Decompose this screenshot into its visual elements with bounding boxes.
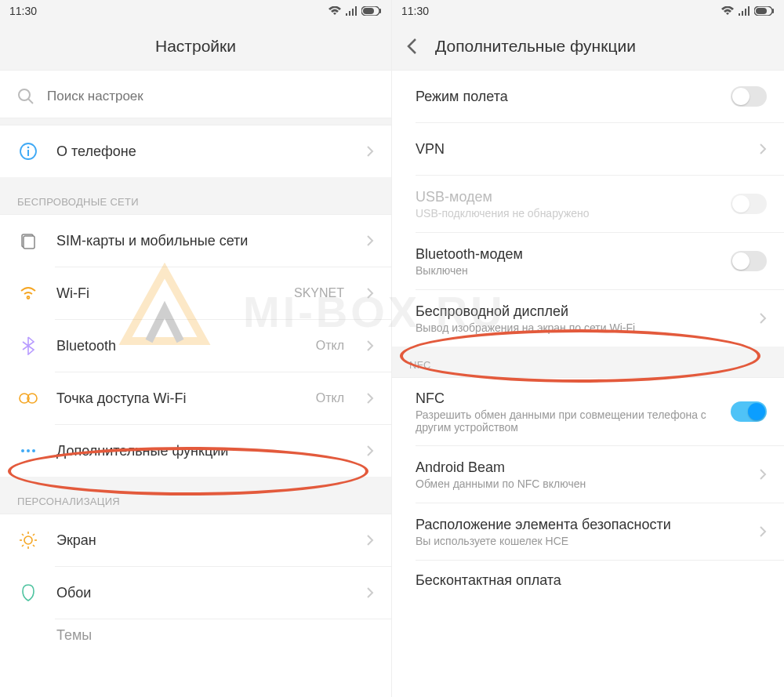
row-bluetooth[interactable]: Bluetooth Откл [0, 320, 391, 372]
section-personal: ПЕРСОНАЛИЗАЦИЯ [0, 477, 391, 514]
svg-line-21 [33, 545, 34, 546]
row-label: Bluetooth-модем [416, 246, 717, 263]
toggle-bt-tether[interactable] [731, 251, 767, 271]
row-bt-tether[interactable]: Bluetooth-модем Выключен [392, 233, 784, 289]
chevron-right-icon [366, 339, 374, 352]
toggle-usb [731, 194, 767, 214]
row-hotspot[interactable]: Точка доступа Wi-Fi Откл [0, 372, 391, 424]
svg-point-15 [24, 536, 32, 544]
row-more-functions[interactable]: Дополнительные функции [0, 425, 391, 477]
row-sublabel: Обмен данными по NFC включен [416, 477, 745, 490]
row-wallpaper[interactable]: Обои [0, 567, 391, 619]
section-wireless: БЕСПРОВОДНЫЕ СЕТИ [0, 177, 391, 215]
phone-settings-main: 11:30 Настройки О телефоне БЕСПРОВОДНЫЕ … [0, 0, 392, 697]
svg-point-3 [19, 89, 30, 100]
signal-icon [346, 6, 357, 16]
row-label: О телефоне [56, 143, 352, 160]
page-title: Настройки [155, 37, 236, 56]
row-label: Точка доступа Wi-Fi [56, 390, 302, 407]
search-icon [17, 88, 34, 105]
svg-point-13 [27, 449, 30, 452]
chevron-right-icon [366, 287, 374, 299]
row-label: Темы [56, 627, 374, 644]
row-sublabel: Вывод изображения на экран по сети Wi-Fi [416, 321, 745, 334]
battery-icon [754, 6, 775, 16]
row-label: Wi-Fi [56, 285, 280, 302]
status-time: 11:30 [9, 5, 37, 17]
row-airplane[interactable]: Режим полета [392, 71, 784, 122]
battery-icon [361, 6, 382, 16]
row-nfc[interactable]: NFC Разрешить обмен данными при совмещен… [392, 378, 784, 445]
back-icon[interactable] [406, 38, 417, 55]
row-label: VPN [416, 141, 745, 158]
row-themes[interactable]: Темы [0, 619, 391, 651]
svg-rect-1 [379, 9, 381, 13]
chevron-right-icon [366, 392, 374, 405]
row-label: Обои [56, 585, 352, 601]
svg-rect-26 [756, 8, 767, 14]
info-icon [19, 142, 38, 161]
svg-line-20 [22, 534, 24, 535]
row-label: Беспроводной дисплей [416, 303, 745, 320]
wifi-icon [328, 6, 341, 16]
row-sim[interactable]: SIM-карты и мобильные сети [0, 215, 391, 267]
sun-icon [19, 531, 38, 550]
svg-rect-25 [772, 9, 774, 13]
row-usb-tether: USB-модем USB-подключения не обнаружено [392, 176, 784, 232]
search-input[interactable] [47, 89, 374, 104]
row-sublabel: USB-подключения не обнаружено [416, 207, 717, 220]
status-time: 11:30 [401, 5, 429, 17]
row-label: Дополнительные функции [56, 443, 352, 459]
chevron-right-icon [366, 445, 374, 457]
svg-point-6 [27, 147, 30, 149]
row-label: Расположение элемента безопасности [416, 517, 745, 533]
svg-point-14 [32, 449, 35, 452]
chevron-right-icon [366, 145, 374, 158]
page-title: Дополнительные функции [435, 37, 636, 56]
more-icon [20, 448, 37, 454]
toggle-airplane[interactable] [731, 86, 767, 107]
svg-point-12 [21, 449, 24, 452]
status-bar: 11:30 [0, 0, 391, 22]
chevron-right-icon [366, 586, 374, 599]
search-bar[interactable] [0, 75, 391, 118]
row-label: USB-модем [416, 189, 717, 205]
hotspot-icon [19, 391, 38, 405]
row-android-beam[interactable]: Android Beam Обмен данными по NFC включе… [392, 446, 784, 503]
wifi-icon [721, 6, 734, 16]
row-sublabel: Выключен [416, 264, 717, 277]
row-display[interactable]: Экран [0, 514, 391, 566]
status-icons [721, 6, 775, 16]
row-vpn[interactable]: VPN [392, 123, 784, 175]
row-security-element[interactable]: Расположение элемента безопасности Вы ис… [392, 503, 784, 560]
svg-rect-7 [27, 150, 29, 156]
row-sublabel: Вы используете кошелек HCE [416, 535, 745, 547]
titlebar: Дополнительные функции [392, 22, 784, 71]
wallpaper-icon [20, 583, 37, 602]
row-value: SKYNET [294, 286, 344, 300]
row-label: Бесконтактная оплата [416, 572, 767, 589]
row-wifi[interactable]: Wi-Fi SKYNET [0, 267, 391, 319]
row-label: Bluetooth [56, 338, 302, 354]
chevron-right-icon [366, 234, 374, 247]
row-sublabel: Разрешить обмен данными при совмещении т… [416, 408, 717, 434]
section-nfc: NFC [392, 347, 784, 378]
row-wireless-display[interactable]: Беспроводной дисплей Вывод изображения н… [392, 290, 784, 347]
signal-icon [739, 6, 750, 16]
bluetooth-icon [22, 336, 34, 355]
chevron-right-icon [759, 312, 767, 325]
svg-rect-2 [363, 8, 374, 14]
sim-icon [20, 232, 37, 249]
row-label: Android Beam [416, 459, 745, 476]
chevron-right-icon [759, 525, 767, 538]
phone-settings-more: 11:30 Дополнительные функции Режим полет… [392, 0, 784, 697]
row-about-phone[interactable]: О телефоне [0, 125, 391, 177]
svg-line-22 [22, 545, 24, 546]
wifi-icon [19, 285, 38, 301]
status-bar: 11:30 [392, 0, 784, 22]
chevron-right-icon [759, 468, 767, 481]
row-label: NFC [416, 390, 717, 407]
row-contactless-pay[interactable]: Бесконтактная оплата [392, 561, 784, 600]
svg-rect-9 [24, 236, 34, 249]
toggle-nfc[interactable] [731, 401, 767, 422]
